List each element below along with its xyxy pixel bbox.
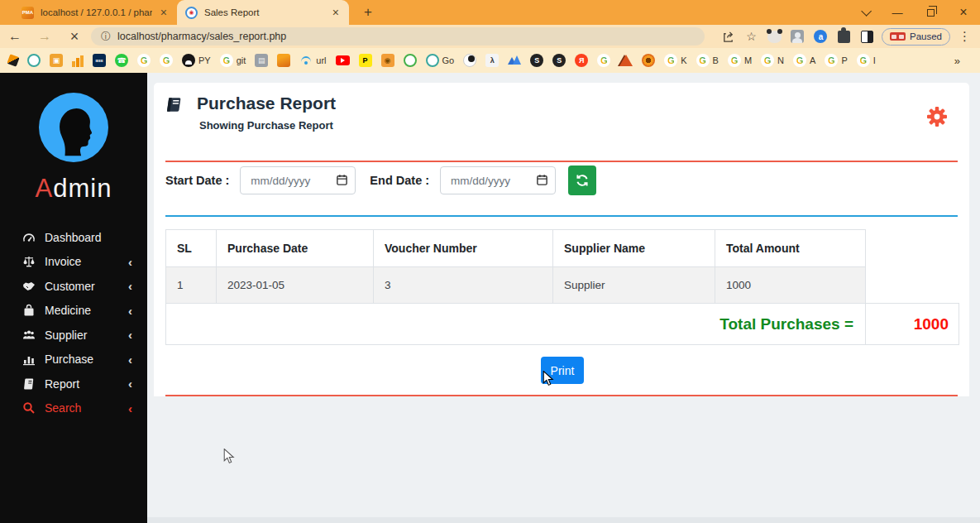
g-bookmark-icon: G <box>761 54 774 67</box>
chart-icon <box>22 353 36 367</box>
tab-close-icon[interactable]: × <box>331 6 341 19</box>
bookmark-item[interactable]: S <box>552 54 566 67</box>
reading-mode-icon[interactable] <box>858 28 876 46</box>
a-extension-icon[interactable]: a <box>812 28 829 46</box>
bookmarks-overflow-icon[interactable]: » <box>954 55 972 67</box>
bookmark-item[interactable]: G <box>137 54 151 67</box>
sidebar-item-search[interactable]: Search‹ <box>0 396 147 421</box>
new-tab-button[interactable]: + <box>359 4 377 21</box>
bookmark-item[interactable]: IEEE <box>93 54 106 67</box>
mtn-bookmark-icon <box>508 54 521 67</box>
bookmark-item[interactable] <box>642 54 655 67</box>
bookmark-label: B <box>713 55 719 65</box>
eye-bookmark-icon <box>642 54 655 67</box>
sq-bookmark-icon: ▤ <box>255 54 268 67</box>
bookmark-item[interactable]: GK <box>664 54 686 67</box>
back-icon[interactable]: ← <box>0 29 30 44</box>
profile-silhouette-icon <box>39 93 108 162</box>
bookmark-item[interactable]: GI <box>857 54 876 67</box>
bookmark-item[interactable]: λ <box>485 54 499 67</box>
bookmark-item[interactable] <box>463 54 476 67</box>
table-cell: 3 <box>374 267 553 304</box>
window-restore-button[interactable] <box>914 0 947 25</box>
bookmark-item[interactable]: url <box>299 54 326 67</box>
bookmark-item[interactable]: GM <box>728 54 752 67</box>
bookmark-item[interactable]: ▣ <box>50 54 63 67</box>
bookmark-item[interactable] <box>336 55 350 65</box>
tab-sales-report[interactable]: ◉ Sales Report × <box>177 0 349 25</box>
page-subtitle: Showing Purchase Report <box>199 119 336 132</box>
phpmyadmin-favicon-icon: PMA <box>22 7 34 19</box>
sidebar: Admin DashboardInvoice‹Customer‹Medicine… <box>0 73 147 523</box>
circle-bookmark-icon: ☎ <box>115 54 128 67</box>
bookmark-label: A <box>810 55 815 65</box>
bookmark-item[interactable]: G <box>597 54 610 67</box>
bookmark-label: P <box>841 55 847 65</box>
profile-extension-icon[interactable] <box>789 28 806 46</box>
bookmark-item[interactable] <box>72 54 84 67</box>
bookmark-item[interactable]: Я <box>575 54 588 67</box>
table-cell: 1 <box>166 267 217 304</box>
url-text: localhost/pharmacy/sales_report.php <box>117 31 286 42</box>
sidebar-item-purchase[interactable]: Purchase‹ <box>0 348 147 372</box>
g-bookmark-icon: G <box>220 54 233 67</box>
bookmark-item[interactable]: P <box>359 54 372 67</box>
window-close-button[interactable]: × <box>947 0 980 25</box>
bookmark-item[interactable] <box>619 55 633 66</box>
date-filter-row: Start Date : End Date : <box>165 166 596 195</box>
bookmark-item[interactable]: ▤ <box>255 54 268 67</box>
address-bar[interactable]: ⓘ localhost/pharmacy/sales_report.php <box>91 27 705 46</box>
site-info-icon[interactable]: ⓘ <box>101 30 111 44</box>
bookmark-item[interactable] <box>277 54 290 67</box>
extensions-puzzle-icon[interactable] <box>835 28 853 46</box>
bottom-strip <box>147 517 980 523</box>
bookmark-item[interactable]: GA <box>793 54 815 67</box>
bookmark-item[interactable]: G <box>160 54 173 67</box>
brand-admin: Admin <box>0 174 147 204</box>
bookmark-item[interactable] <box>508 54 521 67</box>
bookmark-item[interactable]: S <box>530 54 543 67</box>
bookmark-item[interactable]: PY <box>182 54 211 67</box>
sidebar-item-supplier[interactable]: Supplier‹ <box>0 323 147 348</box>
sidebar-item-customer[interactable]: Customer‹ <box>0 274 147 299</box>
share-icon[interactable] <box>719 28 737 46</box>
sidebar-item-dashboard[interactable]: Dashboard <box>0 225 147 250</box>
bookmark-item[interactable]: GP <box>825 54 847 67</box>
circle-bookmark-icon: S <box>530 54 543 67</box>
sidebar-item-invoice[interactable]: Invoice‹ <box>0 250 147 275</box>
tab-close-icon[interactable]: × <box>159 6 169 19</box>
bookmark-item[interactable]: Ggit <box>220 54 246 67</box>
sidebar-item-report[interactable]: Report‹ <box>0 372 147 396</box>
settings-gear-icon[interactable] <box>926 106 948 127</box>
table-header-row: SLPurchase DateVoucher NumberSupplier Na… <box>166 230 866 267</box>
stop-loading-icon[interactable]: × <box>60 28 89 46</box>
calendar-icon[interactable] <box>336 174 348 186</box>
tab-search-chevron-icon[interactable] <box>848 0 881 25</box>
bookmark-star-icon[interactable]: ☆ <box>743 28 760 46</box>
paused-extension-button[interactable]: Paused <box>882 28 950 46</box>
tab-phpmyadmin[interactable]: PMA localhost / 127.0.0.1 / pharmacy × <box>13 0 177 25</box>
bookmark-label: K <box>681 55 686 65</box>
browser-menu-icon[interactable]: ⋮ <box>956 28 973 46</box>
yt-bookmark-icon <box>336 55 350 65</box>
bookmark-item[interactable]: Go <box>426 54 455 67</box>
panda-extension-icon[interactable] <box>766 28 783 46</box>
bookmark-item[interactable]: ☎ <box>115 54 128 67</box>
calendar-icon[interactable] <box>536 174 548 186</box>
sidebar-item-medicine[interactable]: Medicine‹ <box>0 299 147 324</box>
bookmark-item[interactable]: GB <box>696 54 719 67</box>
refresh-filter-button[interactable] <box>568 166 596 195</box>
forward-icon[interactable]: → <box>30 29 60 44</box>
bookmark-item[interactable] <box>8 55 18 65</box>
report-card: Purchase Report Showing Purchase Report <box>154 83 969 396</box>
bookmark-item[interactable] <box>27 54 41 67</box>
window-minimize-button[interactable]: — <box>881 0 914 25</box>
bookmark-item[interactable]: GN <box>761 54 784 67</box>
chevron-left-icon: ‹ <box>128 377 132 390</box>
paused-badge-icon <box>890 32 906 41</box>
sidebar-item-label: Search <box>45 401 81 415</box>
sync-icon <box>576 174 589 187</box>
sq-bookmark-icon: ▣ <box>50 54 63 67</box>
bookmark-item[interactable]: ◉ <box>381 54 394 67</box>
bookmark-item[interactable] <box>404 54 417 67</box>
